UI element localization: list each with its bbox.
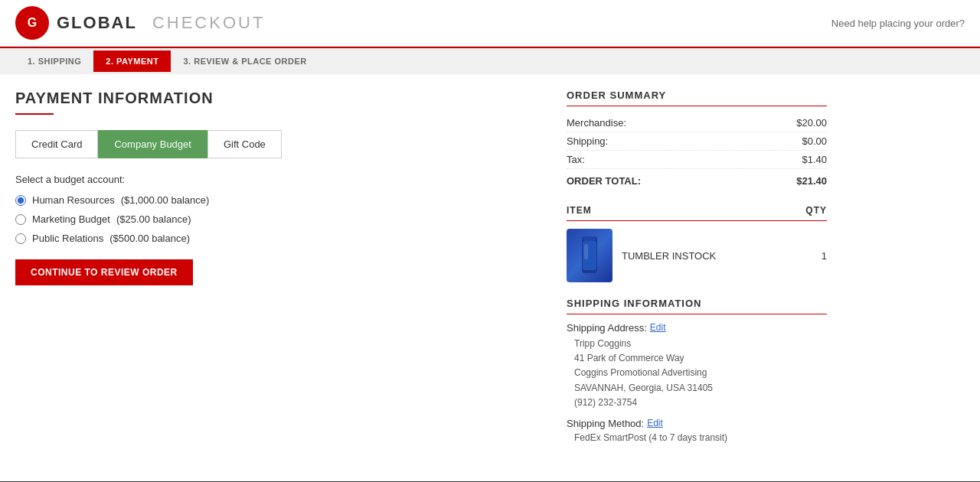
left-panel: PAYMENT INFORMATION Credit Card Company … (15, 90, 544, 443)
budget-radio-pr[interactable] (15, 233, 26, 244)
tax-value: $1.40 (802, 154, 827, 165)
budget-account-list: Human Resources ($1,000.00 balance) Mark… (15, 194, 544, 244)
item-header: ITEM QTY (567, 205, 827, 221)
summary-shipping: Shipping: $0.00 (567, 132, 827, 151)
address-line-5: (912) 232-3754 (574, 396, 827, 410)
summary-merchandise: Merchandise: $20.00 (567, 114, 827, 132)
page-title: PAYMENT INFORMATION (15, 90, 544, 107)
shipping-address-label: Shipping Address: (567, 322, 647, 334)
logo-icon: G (15, 6, 49, 40)
progress-step-payment[interactable]: 2. PAYMENT (93, 50, 171, 72)
summary-total: ORDER TOTAL: $21.40 (567, 169, 827, 190)
item-col-label: ITEM (567, 205, 592, 216)
merchandise-value: $20.00 (796, 117, 827, 129)
budget-hr-balance: ($1,000.00 balance) (121, 194, 210, 206)
item-image (567, 229, 612, 282)
address-line-2: 41 Park of Commerce Way (574, 351, 827, 366)
merchandise-label: Merchandise: (567, 117, 626, 129)
shipping-section: SHIPPING INFORMATION Shipping Address: E… (567, 298, 827, 443)
budget-radio-hr[interactable] (15, 195, 26, 206)
header: G GLOBAL CHECKOUT Need help placing your… (0, 0, 980, 47)
shipping-address-edit[interactable]: Edit (650, 322, 666, 333)
shipping-label: Shipping: (567, 135, 608, 147)
tax-label: Tax: (567, 154, 585, 165)
tab-company-budget[interactable]: Company Budget (98, 130, 207, 158)
budget-select-label: Select a budget account: (15, 174, 544, 185)
item-name: TUMBLER INSTOCK (622, 250, 812, 262)
item-row: TUMBLER INSTOCK 1 (567, 229, 827, 282)
budget-account-marketing[interactable]: Marketing Budget ($25.00 balance) (15, 213, 544, 225)
right-panel: ORDER SUMMARY Merchandise: $20.00 Shippi… (567, 90, 827, 443)
total-label: ORDER TOTAL: (567, 175, 641, 187)
help-text: Need help placing your order? (831, 18, 965, 29)
budget-pr-label: Public Relations (32, 233, 103, 244)
qty-col-label: QTY (805, 205, 827, 216)
summary-tax: Tax: $1.40 (567, 151, 827, 169)
tab-gift-code[interactable]: Gift Code (207, 130, 282, 158)
budget-hr-label: Human Resources (32, 194, 115, 206)
progress-bar: 1. SHIPPING 2. PAYMENT 3. REVIEW & PLACE… (0, 47, 980, 74)
main-content: PAYMENT INFORMATION Credit Card Company … (0, 74, 842, 458)
order-summary: ORDER SUMMARY Merchandise: $20.00 Shippi… (567, 90, 827, 190)
shipping-address-row: Shipping Address: Edit (567, 322, 827, 334)
budget-radio-marketing[interactable] (15, 214, 26, 225)
order-summary-title: ORDER SUMMARY (567, 90, 827, 106)
svg-rect-1 (583, 236, 596, 241)
address-line-3: Coggins Promotional Advertising (574, 366, 827, 380)
budget-marketing-label: Marketing Budget (32, 213, 110, 225)
svg-rect-3 (584, 244, 588, 259)
shipping-method-label: Shipping Method: (567, 418, 644, 429)
tab-credit-card[interactable]: Credit Card (15, 130, 98, 158)
budget-account-pr[interactable]: Public Relations ($500.00 balance) (15, 233, 544, 244)
shipping-method-row: Shipping Method: Edit (567, 418, 827, 429)
logo-area: G GLOBAL CHECKOUT (15, 6, 265, 40)
shipping-method-edit[interactable]: Edit (647, 418, 663, 428)
shipping-value: $0.00 (802, 135, 827, 147)
progress-step-shipping[interactable]: 1. SHIPPING (15, 50, 93, 72)
brand-name: GLOBAL (57, 13, 137, 33)
address-line-4: SAVANNAH, Georgia, USA 31405 (574, 381, 827, 396)
item-qty: 1 (822, 250, 827, 262)
total-value: $21.40 (796, 175, 827, 187)
payment-tabs: Credit Card Company Budget Gift Code (15, 130, 544, 158)
title-underline (15, 113, 54, 115)
budget-marketing-balance: ($25.00 balance) (116, 213, 191, 225)
shipping-method-value: FedEx SmartPost (4 to 7 days transit) (574, 432, 827, 443)
budget-pr-balance: ($500.00 balance) (109, 233, 190, 244)
address-block: Tripp Coggins 41 Park of Commerce Way Co… (574, 337, 827, 410)
shipping-section-title: SHIPPING INFORMATION (567, 298, 827, 314)
address-line-1: Tripp Coggins (574, 337, 827, 351)
progress-step-review[interactable]: 3. REVIEW & PLACE ORDER (171, 50, 318, 72)
item-section: ITEM QTY TUMBLER INSTOCK 1 (567, 205, 827, 282)
checkout-label: CHECKOUT (152, 13, 265, 33)
budget-account-hr[interactable]: Human Resources ($1,000.00 balance) (15, 194, 544, 206)
continue-button[interactable]: CONTINUE TO REVIEW ORDER (15, 259, 193, 285)
